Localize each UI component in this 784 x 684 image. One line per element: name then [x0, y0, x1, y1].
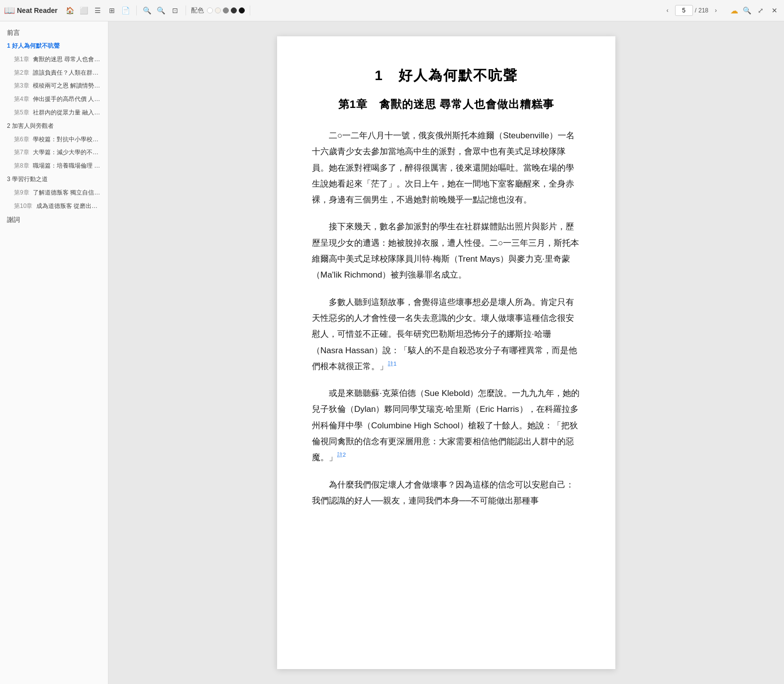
content-area: 1 好人為何默不吭聲 第1章 禽獸的迷思 尋常人也會做出糟糕事 二○一二年八月十…	[108, 21, 784, 684]
ch6-num: 第6章	[14, 136, 29, 143]
prev-page-button[interactable]: ‹	[662, 5, 673, 16]
page-navigation: ‹ 5 / 218 ›	[662, 5, 721, 16]
toolbar-right: ☁ 🔍 ⤢ ✕	[730, 5, 780, 16]
home-button[interactable]: 🏠	[65, 5, 76, 16]
app-icon: 📖	[4, 5, 15, 16]
sidebar-ch10[interactable]: 第10章 成為道德叛客 從磨出勇...	[0, 199, 108, 213]
sidebar: 前言 1 好人為何默不吭聲 第1章 禽獸的迷思 尋常人也會做... 第2章 誰該…	[0, 21, 108, 684]
color-white[interactable]	[207, 7, 213, 13]
ch3-num: 第3章	[14, 82, 29, 89]
sidebar-ch1[interactable]: 第1章 禽獸的迷思 尋常人也會做...	[0, 53, 108, 66]
color-palette	[207, 7, 245, 13]
color-gray[interactable]	[223, 7, 229, 13]
section-num-text: 第1章	[338, 98, 368, 110]
next-page-button[interactable]: ›	[710, 5, 721, 16]
paragraph-1: 二○一二年八月十一號，俄亥俄州斯托本維爾（Steubenville）一名十六歲青…	[312, 128, 581, 208]
ch1-num: 第1章	[14, 56, 29, 63]
sidebar-section-3[interactable]: 3 學習行動之道	[0, 173, 108, 186]
grid-button[interactable]: ⊞	[106, 5, 117, 16]
toolbar: 📖 Neat Reader 🏠 ⬜ ☰ ⊞ 📄 🔍 🔍 ⊡ 配色 ‹ 5 / 2…	[0, 0, 784, 21]
book-page: 1 好人為何默不吭聲 第1章 禽獸的迷思 尋常人也會做出糟糕事 二○一二年八月十…	[277, 36, 615, 669]
sidebar-ch4[interactable]: 第4章 伸出援手的高昂代價 人會...	[0, 93, 108, 106]
section-title-text: 禽獸的迷思 尋常人也會做出糟糕事	[379, 98, 554, 110]
section3-num: 3	[7, 176, 12, 183]
sidebar-acknowledgements[interactable]: 謝詞	[0, 212, 108, 226]
ch2-num: 第2章	[14, 69, 29, 76]
sidebar-ch2[interactable]: 第2章 誰該負責任？人類在群體...	[0, 66, 108, 80]
sidebar-section-1[interactable]: 1 好人為何默不吭聲	[0, 39, 108, 53]
cloud-icon[interactable]: ☁	[730, 6, 738, 15]
chapter-num: 1	[375, 68, 384, 83]
app-brand: 📖 Neat Reader	[4, 5, 58, 16]
page-separator: /	[695, 7, 696, 14]
fit-button[interactable]: ⊡	[170, 5, 181, 16]
sidebar-ch6[interactable]: 第6章 學校篇：對抗中小學校園...	[0, 133, 108, 146]
menu-button[interactable]: ☰	[93, 5, 103, 16]
sep1	[136, 5, 137, 15]
paragraph-2: 接下來幾天，數名參加派對的學生在社群媒體貼出照片與影片，歷歷呈現少女的遭遇：她被…	[312, 219, 581, 283]
sidebar-ch5[interactable]: 第5章 社群內的從眾力量 融入群...	[0, 106, 108, 119]
page-input[interactable]: 5	[675, 5, 693, 16]
copy-button[interactable]: ⬜	[79, 5, 90, 16]
color-dark[interactable]	[231, 7, 237, 13]
page-total: 218	[698, 7, 708, 14]
sidebar-section-2[interactable]: 2 加害人與旁觀者	[0, 119, 108, 133]
search-large-button[interactable]: 🔍	[156, 5, 167, 16]
section2-num: 2	[7, 122, 12, 129]
ch4-num: 第4章	[14, 96, 29, 102]
color-label: 配色	[191, 6, 204, 15]
sidebar-item-preface[interactable]: 前言	[0, 25, 108, 39]
chapter-title-text: 好人為何默不吭聲	[398, 68, 518, 83]
app-name: Neat Reader	[17, 6, 58, 14]
expand-button[interactable]: ⤢	[755, 5, 766, 16]
sidebar-ch9[interactable]: 第9章 了解道德叛客 獨立自信且...	[0, 186, 108, 199]
ch5-num: 第5章	[14, 109, 29, 116]
close-button[interactable]: ✕	[769, 5, 780, 16]
ch10-num: 第10章	[14, 202, 32, 209]
footnote-1[interactable]: 註1	[388, 361, 396, 367]
chapter-title: 1 好人為何默不吭聲	[312, 66, 581, 85]
sidebar-ch3[interactable]: 第3章 模稜兩可之恩 解讀情勢與...	[0, 79, 108, 93]
footnote-2[interactable]: 註2	[337, 452, 346, 458]
paragraph-4: 或是來聽聽蘇·克萊伯德（Sue Klebold）怎麼說。一九九九年，她的兒子狄倫…	[312, 386, 581, 466]
sidebar-ch7[interactable]: 第7章 大學篇：減少大學的不當...	[0, 146, 108, 159]
sep3	[250, 5, 250, 15]
sidebar-ch8[interactable]: 第8章 職場篇：培養職場倫理 以...	[0, 159, 108, 173]
paragraph-5: 為什麼我們假定壞人才會做壞事？因為這樣的信念可以安慰自己：我們認識的好人──親友…	[312, 477, 581, 509]
sep2	[186, 5, 186, 15]
color-black[interactable]	[239, 7, 245, 13]
ch7-num: 第7章	[14, 149, 29, 156]
chapter-subtitle: 第1章 禽獸的迷思 尋常人也會做出糟糕事	[312, 97, 581, 112]
main-layout: 前言 1 好人為何默不吭聲 第1章 禽獸的迷思 尋常人也會做... 第2章 誰該…	[0, 21, 784, 684]
section-num: 1	[7, 42, 12, 49]
paragraph-3: 多數人聽到這類故事，會覺得這些壞事想必是壞人所為。肯定只有天性惡劣的人才會性侵一…	[312, 294, 581, 375]
ch9-num: 第9章	[14, 189, 29, 196]
book-button[interactable]: 📄	[120, 5, 131, 16]
ch8-num: 第8章	[14, 162, 29, 169]
search-button[interactable]: 🔍	[741, 5, 752, 16]
search-small-button[interactable]: 🔍	[142, 5, 153, 16]
color-light[interactable]	[215, 7, 221, 13]
